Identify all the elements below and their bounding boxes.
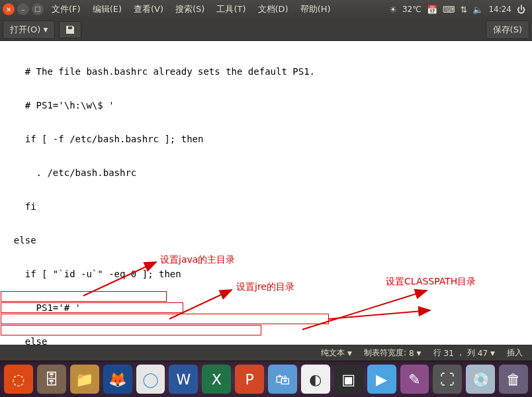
status-tab-value: 8 [409, 349, 414, 358]
menu-search[interactable]: 搜索(S) [170, 2, 210, 17]
status-cursor-position: 行 31 ， 列 47 ▼ [429, 347, 499, 359]
status-insert-mode[interactable]: 插入 [503, 347, 527, 359]
launcher-trash[interactable]: 🗑 [499, 365, 528, 394]
editor-area[interactable]: # The file bash.bashrc already sets the … [0, 41, 532, 345]
launcher-chromium[interactable]: ◯ [136, 365, 165, 394]
save-button[interactable]: 保存(S) [486, 21, 529, 39]
highlight-path [1, 325, 261, 335]
code-line: else [3, 235, 532, 246]
launcher-software[interactable]: 🛍 [268, 365, 297, 394]
launcher-folder[interactable]: 📁 [70, 365, 99, 394]
maximize-button[interactable]: ☐ [32, 3, 44, 15]
launcher-app[interactable]: ◐ [301, 365, 330, 394]
chevron-down-icon: ▼ [43, 26, 48, 33]
status-lang-label: 纯文本 [321, 347, 345, 359]
pos-col: 47 [478, 349, 488, 358]
launcher-window[interactable]: ▶ [367, 365, 396, 394]
launcher-ubuntu[interactable]: ◌ [4, 365, 33, 394]
launcher-terminal[interactable]: ▣ [334, 365, 363, 394]
launcher-settings[interactable]: ⛶ [433, 365, 462, 394]
chevron-down-icon: ▼ [417, 350, 421, 357]
annotation-jre: 设置jre的目录 [236, 281, 294, 292]
highlight-classpath [1, 314, 329, 324]
pos-col-lbl: 列 [467, 347, 475, 359]
keyboard-icon[interactable]: ⌨ [443, 5, 455, 15]
status-language[interactable]: 纯文本 ▼ [317, 347, 356, 359]
status-tab-width[interactable]: 制表符宽度: 8 ▼ [360, 347, 425, 359]
calendar-icon[interactable]: 📅 [427, 5, 437, 15]
toolbar: 打开(O) ▼ 保存(S) [0, 19, 532, 41]
network-icon[interactable]: ⇅ [461, 5, 468, 15]
volume-icon[interactable]: 🔈 [472, 5, 483, 15]
chevron-down-icon[interactable]: ▼ [490, 350, 495, 357]
code-line: . /etc/bash.bashrc [3, 167, 532, 179]
launcher-firefox[interactable]: 🦊 [103, 365, 132, 394]
close-button[interactable]: ✕ [3, 3, 15, 15]
menu-file[interactable]: 文件(F) [46, 2, 86, 17]
launcher-powerpoint[interactable]: P [235, 365, 264, 394]
launcher-word[interactable]: W [169, 365, 198, 394]
launcher-disc[interactable]: 💿 [466, 365, 495, 394]
pos-line: 31 [444, 349, 454, 358]
annotation-arrows [0, 41, 532, 345]
code-line: # PS1='\h:\w\$ ' [3, 100, 532, 111]
weather-icon: ☀ [389, 5, 397, 15]
pos-delim: ， [457, 347, 465, 359]
launcher-excel[interactable]: X [202, 365, 231, 394]
system-tray: ☀ 32℃ 📅 ⌨ ⇅ 🔈 14:24 ⏻ [389, 5, 529, 15]
code-line: if [ -f /etc/bash.bashrc ]; then [3, 134, 532, 145]
code-line: PS1='# ' [3, 302, 532, 314]
clock-text[interactable]: 14:24 [488, 5, 511, 14]
code-line: # The file bash.bashrc already sets the … [3, 66, 532, 77]
save-icon [65, 24, 75, 35]
menu-edit[interactable]: 编辑(E) [87, 2, 127, 17]
status-tab-label: 制表符宽度: [364, 347, 406, 359]
annotation-java-home: 设置java的主目录 [160, 254, 235, 265]
temperature-text: 32℃ [402, 5, 421, 14]
status-mode-label: 插入 [507, 347, 523, 359]
menu-tools[interactable]: 工具(T) [211, 2, 251, 17]
annotation-classpath: 设置CLASSPATH目录 [386, 276, 476, 287]
save-icon-button[interactable] [59, 21, 81, 38]
highlight-java-home [1, 291, 167, 302]
menu-docs[interactable]: 文档(D) [253, 2, 294, 17]
dock: ◌ 🗄 📁 🦊 ◯ W X P 🛍 ◐ ▣ ▶ ✎ ⛶ 💿 🗑 [0, 361, 532, 397]
menu-view[interactable]: 查看(V) [128, 2, 169, 17]
power-icon[interactable]: ⏻ [517, 5, 525, 15]
launcher-files[interactable]: 🗄 [37, 365, 66, 394]
chevron-down-icon: ▼ [347, 350, 352, 357]
minimize-button[interactable]: – [17, 3, 29, 15]
open-label: 打开(O) [10, 24, 40, 36]
menu-help[interactable]: 帮助(H) [295, 2, 336, 17]
title-bar: ✕ – ☐ 文件(F) 编辑(E) 查看(V) 搜索(S) 工具(T) 文档(D… [0, 0, 532, 19]
pos-line-lbl: 行 [433, 347, 441, 359]
save-label: 保存(S) [493, 24, 522, 36]
launcher-gedit[interactable]: ✎ [400, 365, 429, 394]
code-line: else [3, 336, 532, 345]
status-bar: 纯文本 ▼ 制表符宽度: 8 ▼ 行 31 ， 列 47 ▼ 插入 [0, 345, 532, 361]
open-button[interactable]: 打开(O) ▼ [3, 21, 55, 39]
code-line: fi [3, 201, 532, 212]
